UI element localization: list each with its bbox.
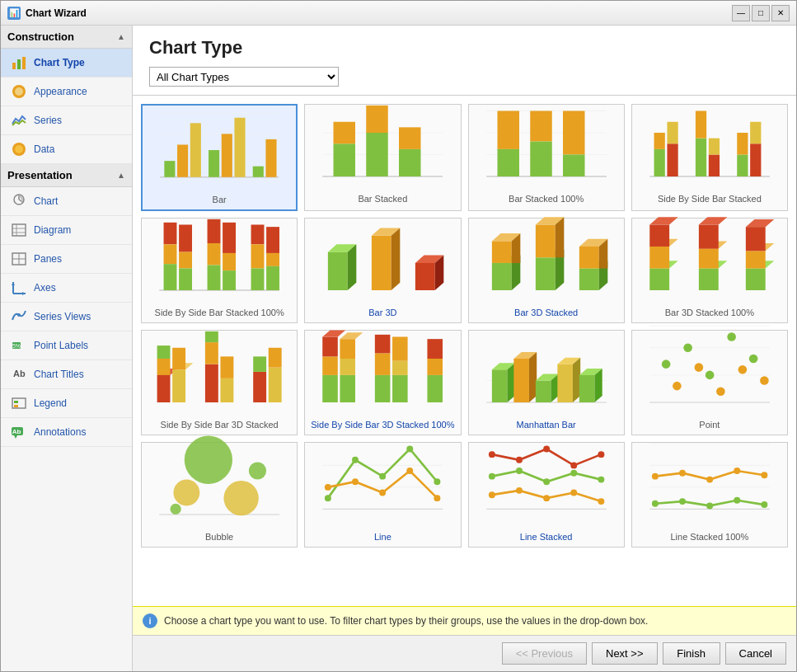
svg-rect-41 xyxy=(253,167,264,177)
appearance-icon xyxy=(11,83,27,100)
svg-rect-129 xyxy=(699,248,719,268)
sidebar-item-point-labels[interactable]: 5% Point Labels xyxy=(1,331,132,360)
chart-card-line-stacked-100[interactable]: Line Stacked 100% xyxy=(631,442,788,547)
sidebar-item-panes-label: Panes xyxy=(34,253,62,265)
svg-rect-157 xyxy=(323,336,339,356)
svg-rect-183 xyxy=(557,364,573,402)
sidebar-item-data-label: Data xyxy=(34,143,54,155)
svg-rect-51 xyxy=(399,127,421,149)
svg-rect-180 xyxy=(535,380,551,402)
bar-3d-stacked-100-svg xyxy=(639,203,781,301)
sidebar-item-diagram[interactable]: Diagram xyxy=(1,216,132,245)
sidebar-item-appearance[interactable]: Appearance xyxy=(1,78,132,106)
svg-rect-56 xyxy=(497,110,519,148)
chart-grid-area[interactable]: Bar xyxy=(133,96,796,606)
chart-card-point[interactable]: Point xyxy=(631,330,788,435)
close-button[interactable]: ✕ xyxy=(771,5,790,21)
previous-button[interactable]: << Previous xyxy=(502,642,587,665)
svg-point-250 xyxy=(734,468,740,474)
chart-card-bubble[interactable]: Bubble xyxy=(141,442,298,547)
chart-preview-sbbs xyxy=(635,108,784,190)
sidebar-item-legend[interactable]: Legend xyxy=(1,389,132,418)
svg-rect-112 xyxy=(535,224,555,257)
svg-rect-42 xyxy=(265,139,276,177)
svg-rect-63 xyxy=(654,149,664,176)
svg-rect-39 xyxy=(222,134,232,177)
sidebar-item-data[interactable]: Data xyxy=(1,135,132,164)
info-icon: i xyxy=(143,613,157,628)
svg-rect-68 xyxy=(696,110,706,138)
construction-section-header[interactable]: Construction ▲ xyxy=(1,26,132,49)
sidebar-item-panes[interactable]: Panes xyxy=(1,245,132,274)
chart-card-manhattan[interactable]: Manhattan Bar xyxy=(468,330,625,435)
svg-rect-164 xyxy=(375,353,391,375)
sidebar-item-legend-label: Legend xyxy=(34,397,67,409)
svg-rect-152 xyxy=(253,356,266,372)
next-button[interactable]: Next >> xyxy=(592,642,658,665)
sidebar-item-series[interactable]: Series xyxy=(1,106,132,135)
chart-preview-bubble xyxy=(145,446,293,529)
chart-card-bar-stacked[interactable]: Bar Stacked xyxy=(304,104,461,211)
svg-marker-96 xyxy=(348,244,357,290)
chart-type-filter[interactable]: All Chart Types Bar Line Pie Area Point xyxy=(149,67,339,87)
chart-card-bar-stacked-100[interactable]: Bar Stacked 100% xyxy=(468,104,625,211)
svg-point-194 xyxy=(683,343,692,352)
bar-3d-stacked-svg xyxy=(476,203,617,301)
sidebar-item-axes[interactable]: Axes xyxy=(1,274,132,303)
svg-point-214 xyxy=(379,472,386,479)
maximize-button[interactable]: □ xyxy=(752,5,770,21)
info-text: Choose a chart type you want to use. To … xyxy=(164,615,648,627)
svg-point-223 xyxy=(488,451,495,458)
chart-card-side-by-side-bar-stacked[interactable]: Side By Side Bar Stacked xyxy=(631,104,788,211)
presentation-section-header[interactable]: Presentation ▲ xyxy=(1,164,132,187)
chart-name-line-stacked: Line Stacked xyxy=(518,529,574,543)
svg-point-245 xyxy=(734,497,740,504)
svg-rect-89 xyxy=(251,244,265,268)
legend-icon xyxy=(11,395,27,411)
chart-preview-point xyxy=(635,334,784,416)
content-area: Chart Type All Chart Types Bar Line Pie … xyxy=(133,26,796,671)
series-icon xyxy=(11,112,27,129)
svg-rect-153 xyxy=(269,367,282,402)
svg-rect-67 xyxy=(696,138,706,176)
chart-card-sbbs-3d-100[interactable]: Side By Side Bar 3D Stacked 100% xyxy=(304,330,461,435)
chart-pres-icon xyxy=(11,193,27,209)
chart-card-line-stacked[interactable]: Line Stacked xyxy=(468,442,625,547)
svg-rect-87 xyxy=(223,270,236,290)
chart-card-sbbs-3d[interactable]: Side By Side Bar 3D Stacked xyxy=(141,330,298,435)
finish-button[interactable]: Finish xyxy=(663,642,720,665)
svg-marker-162 xyxy=(340,332,363,339)
svg-point-199 xyxy=(694,363,703,372)
svg-rect-168 xyxy=(392,336,408,360)
chart-card-bar[interactable]: Bar xyxy=(141,104,298,211)
svg-rect-142 xyxy=(157,345,171,359)
chart-card-line[interactable]: Line xyxy=(304,442,461,547)
svg-rect-148 xyxy=(205,331,218,342)
chart-card-bar-3d-stacked-100[interactable]: Bar 3D Stacked 100% xyxy=(631,218,788,323)
sidebar-item-chart-titles[interactable]: Ab Chart Titles xyxy=(1,360,132,389)
svg-rect-100 xyxy=(415,263,435,290)
svg-rect-66 xyxy=(667,122,677,144)
svg-point-247 xyxy=(652,472,659,479)
sidebar-item-chart-type[interactable]: Chart Type xyxy=(1,49,132,78)
chart-preview-bar-3d xyxy=(308,222,457,304)
page-title: Chart Type xyxy=(149,37,780,59)
svg-rect-177 xyxy=(513,359,529,402)
svg-marker-158 xyxy=(323,330,346,336)
svg-point-4 xyxy=(15,87,23,96)
chart-card-bar-3d-stacked[interactable]: Bar 3D Stacked xyxy=(468,218,625,323)
svg-rect-135 xyxy=(746,251,766,268)
svg-rect-65 xyxy=(667,143,677,176)
minimize-button[interactable]: — xyxy=(732,5,750,21)
svg-marker-99 xyxy=(391,228,401,290)
svg-point-205 xyxy=(173,479,199,505)
chart-preview-manhattan xyxy=(472,334,621,416)
sidebar-item-chart[interactable]: Chart xyxy=(1,187,132,216)
sidebar-item-annotations[interactable]: Ab Annotations xyxy=(1,418,132,447)
chart-card-bar-3d[interactable]: Bar 3D xyxy=(304,218,461,323)
cancel-button[interactable]: Cancel xyxy=(725,642,786,665)
svg-point-193 xyxy=(662,359,671,369)
svg-point-232 xyxy=(598,476,604,482)
sidebar-item-series-views[interactable]: Series Views xyxy=(1,303,132,331)
chart-card-sbbs100[interactable]: Side By Side Bar Stacked 100% xyxy=(141,218,298,323)
